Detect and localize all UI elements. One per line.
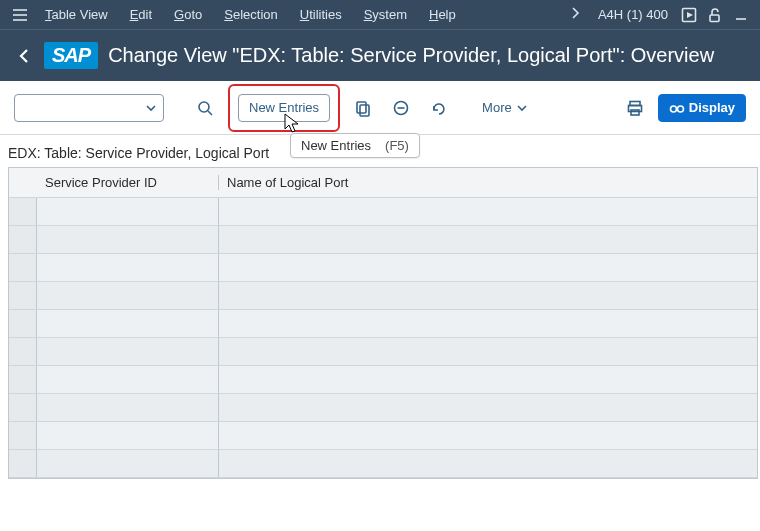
- svg-rect-5: [710, 15, 719, 22]
- chevron-down-icon: [516, 103, 528, 113]
- table-row[interactable]: [9, 394, 757, 422]
- column-header-service-provider-id[interactable]: Service Provider ID: [37, 175, 219, 190]
- tooltip: New Entries (F5): [290, 133, 420, 158]
- sap-logo: SAP: [44, 42, 98, 69]
- table-row[interactable]: [9, 226, 757, 254]
- row-selector[interactable]: [9, 198, 37, 225]
- new-entries-label: New Entries: [249, 100, 319, 115]
- page-title: Change View "EDX: Table: Service Provide…: [108, 44, 714, 67]
- table-header-row: Service Provider ID Name of Logical Port: [9, 168, 757, 198]
- cell-service-provider-id[interactable]: [37, 226, 219, 253]
- menu-selection[interactable]: Selection: [213, 0, 288, 29]
- svg-rect-15: [631, 110, 639, 115]
- menu-system[interactable]: System: [353, 0, 418, 29]
- table-row[interactable]: [9, 254, 757, 282]
- glasses-icon: [669, 101, 685, 115]
- highlight-annotation: New Entries: [228, 84, 340, 132]
- delete-button[interactable]: [386, 94, 416, 122]
- table-row[interactable]: [9, 310, 757, 338]
- row-selector[interactable]: [9, 394, 37, 421]
- cell-service-provider-id[interactable]: [37, 310, 219, 337]
- row-selector[interactable]: [9, 366, 37, 393]
- cell-service-provider-id[interactable]: [37, 394, 219, 421]
- svg-point-16: [670, 106, 676, 112]
- table-row[interactable]: [9, 450, 757, 478]
- menu-utilities[interactable]: Utilities: [289, 0, 353, 29]
- table-row[interactable]: [9, 198, 757, 226]
- new-entries-button[interactable]: New Entries: [238, 94, 330, 122]
- undo-icon: [429, 99, 449, 117]
- row-selector[interactable]: [9, 338, 37, 365]
- find-button[interactable]: [190, 94, 220, 122]
- cell-logical-port[interactable]: [219, 254, 757, 281]
- svg-point-17: [677, 106, 683, 112]
- table-row[interactable]: [9, 338, 757, 366]
- delete-icon: [392, 99, 410, 117]
- search-icon: [196, 99, 214, 117]
- menu-help[interactable]: Help: [418, 0, 467, 29]
- svg-point-7: [199, 102, 209, 112]
- cell-service-provider-id[interactable]: [37, 450, 219, 477]
- print-icon: [626, 99, 644, 117]
- tooltip-label: New Entries: [301, 138, 371, 153]
- menu-goto[interactable]: Goto: [163, 0, 213, 29]
- cell-logical-port[interactable]: [219, 450, 757, 477]
- cell-service-provider-id[interactable]: [37, 198, 219, 225]
- row-selector[interactable]: [9, 226, 37, 253]
- chevron-down-icon: [145, 103, 157, 113]
- copy-as-button[interactable]: [348, 94, 378, 122]
- data-table: Service Provider ID Name of Logical Port: [8, 167, 758, 479]
- print-button[interactable]: [620, 94, 650, 122]
- menu-bar: Table View Edit Goto Selection Utilities…: [0, 0, 760, 29]
- cell-logical-port[interactable]: [219, 226, 757, 253]
- unlock-icon[interactable]: [702, 0, 728, 29]
- title-bar: SAP Change View "EDX: Table: Service Pro…: [0, 29, 760, 81]
- table-row[interactable]: [9, 282, 757, 310]
- command-field[interactable]: [14, 94, 164, 122]
- display-button[interactable]: Display: [658, 94, 746, 122]
- more-label: More: [482, 100, 512, 115]
- column-header-logical-port[interactable]: Name of Logical Port: [219, 175, 757, 190]
- run-icon[interactable]: [676, 0, 702, 29]
- cell-logical-port[interactable]: [219, 198, 757, 225]
- menu-edit[interactable]: Edit: [119, 0, 163, 29]
- row-selector[interactable]: [9, 310, 37, 337]
- display-label: Display: [689, 100, 735, 115]
- minimize-icon[interactable]: [728, 0, 754, 29]
- cell-service-provider-id[interactable]: [37, 338, 219, 365]
- cell-logical-port[interactable]: [219, 338, 757, 365]
- cell-service-provider-id[interactable]: [37, 422, 219, 449]
- cell-service-provider-id[interactable]: [37, 282, 219, 309]
- cell-logical-port[interactable]: [219, 366, 757, 393]
- row-selector[interactable]: [9, 282, 37, 309]
- svg-rect-9: [357, 102, 366, 113]
- row-selector[interactable]: [9, 450, 37, 477]
- svg-marker-4: [687, 12, 693, 18]
- system-id: A4H (1) 400: [590, 7, 676, 22]
- chevron-right-icon[interactable]: [561, 6, 590, 23]
- hamburger-menu-icon[interactable]: [6, 0, 34, 29]
- cell-logical-port[interactable]: [219, 422, 757, 449]
- undo-button[interactable]: [424, 94, 454, 122]
- cell-service-provider-id[interactable]: [37, 366, 219, 393]
- toolbar: New Entries More Display: [0, 81, 760, 135]
- row-selector[interactable]: [9, 422, 37, 449]
- table-row[interactable]: [9, 366, 757, 394]
- menu-table-view[interactable]: Table View: [34, 0, 119, 29]
- svg-rect-10: [360, 105, 369, 116]
- more-menu[interactable]: More: [476, 100, 534, 115]
- tooltip-shortcut: (F5): [385, 138, 409, 153]
- copy-icon: [354, 99, 372, 117]
- table-row[interactable]: [9, 422, 757, 450]
- svg-line-8: [208, 111, 212, 115]
- cell-logical-port[interactable]: [219, 282, 757, 309]
- cell-service-provider-id[interactable]: [37, 254, 219, 281]
- cell-logical-port[interactable]: [219, 394, 757, 421]
- back-button[interactable]: [8, 40, 40, 72]
- row-selector[interactable]: [9, 254, 37, 281]
- cell-logical-port[interactable]: [219, 310, 757, 337]
